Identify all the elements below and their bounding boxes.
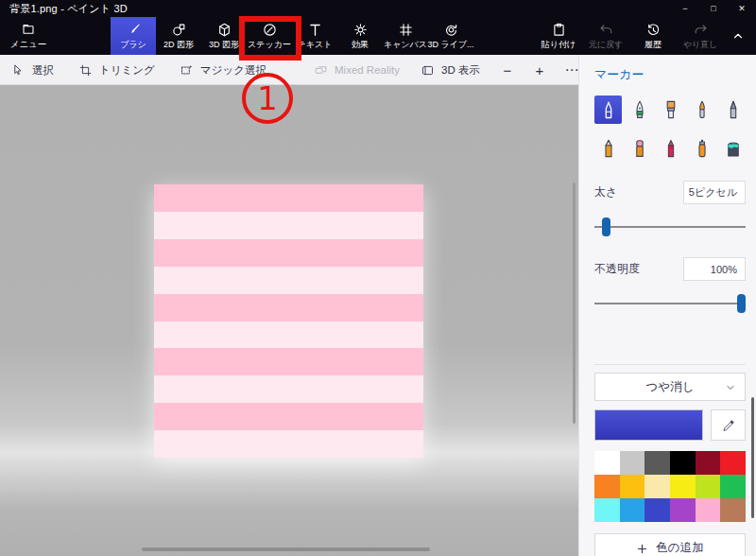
thickness-slider-handle[interactable] [602,217,610,236]
canvas-stripe [154,294,423,321]
palette-swatch[interactable] [594,451,620,475]
horizontal-scrollbar[interactable] [142,547,430,551]
add-color-button[interactable]: 色の追加 [594,533,746,556]
top-toolbar: メニュー ブラシ2D 図形3D 図形ステッカーテキスト効果キャンバス3D ライブ… [0,17,756,55]
palette-swatch[interactable] [620,498,645,522]
palette-swatch[interactable] [644,451,670,475]
item-label: Mixed Reality [335,64,400,76]
brush-grid [594,96,746,163]
minimize-button[interactable]: − [671,0,699,17]
tab-library-3d[interactable]: 3D ライブ... [428,17,473,55]
brush-eraser[interactable] [626,134,653,163]
calligraphy-pen-icon [628,98,651,121]
effects-icon [352,22,369,38]
finish-value: つや消し [646,379,695,395]
item-label: キャンバス [384,39,427,51]
opacity-slider[interactable] [594,294,746,313]
tab-brush[interactable]: ブラシ [111,17,156,55]
redo-icon [693,22,709,38]
brush-sidebar: マーカー 太さ 5ピクセル 不透明度 100% つや消し [578,55,756,556]
color-palette [594,451,746,522]
palette-swatch[interactable] [620,451,645,475]
canvas-area[interactable] [0,85,578,556]
eyedropper-icon [721,418,736,433]
tool-select-cursor[interactable]: 選択 [11,63,54,78]
shape-2d-icon [171,22,187,38]
close-button[interactable]: ✕ [728,0,756,17]
zoom-in-button[interactable]: + [533,55,546,85]
canvas-image[interactable] [154,184,423,458]
palette-swatch[interactable] [594,498,620,522]
sidebar-scrollbar[interactable] [751,397,754,518]
brush-oil-brush[interactable] [657,96,684,124]
window-title: 背景1.png - ペイント 3D [0,2,128,16]
opacity-input[interactable]: 100% [683,257,746,281]
tab-shape-2d[interactable]: 2D 図形 [156,17,201,55]
view-tools: Mixed Reality3D 表示−+⋯ [314,55,597,85]
library-3d-icon [443,22,459,38]
palette-swatch[interactable] [644,475,670,498]
tab-effects[interactable]: 効果 [337,17,383,55]
action-history[interactable]: 履歴 [629,17,677,55]
color-row [594,409,746,441]
palette-swatch[interactable] [720,475,746,498]
vertical-scrollbar[interactable] [573,182,576,424]
marker-icon [597,98,620,121]
add-color-label: 色の追加 [656,540,703,556]
more-button[interactable]: ⋯ [565,55,578,85]
tool-view-3d[interactable]: 3D 表示 [421,63,480,78]
palette-swatch[interactable] [620,475,645,498]
thickness-input[interactable]: 5ピクセル [683,181,746,204]
action-undo[interactable]: 元に戻す [582,17,629,55]
sidebar-title: マーカー [594,66,746,83]
palette-swatch[interactable] [644,498,670,522]
item-label: 効果 [352,39,369,51]
tool-mixed-reality[interactable]: Mixed Reality [314,63,400,78]
palette-swatch[interactable] [696,451,721,475]
opacity-label: 不透明度 [594,261,640,277]
tab-canvas[interactable]: キャンバス [383,17,428,55]
opacity-slider-handle[interactable] [737,294,746,313]
palette-swatch[interactable] [594,475,620,498]
brush-spray-can[interactable] [688,134,715,163]
brush-fill[interactable] [719,134,747,163]
brush-watercolor[interactable] [688,96,715,124]
brush-pixel-pen[interactable] [719,96,747,124]
palette-swatch[interactable] [670,451,696,475]
add-icon [636,542,648,554]
brush-pencil[interactable] [594,134,622,163]
maximize-button[interactable]: □ [699,0,728,17]
tool-magic-select[interactable]: マジック選択 [180,63,266,78]
menu-label: メニュー [10,39,47,51]
collapse-toolbar-button[interactable] [726,17,750,55]
brush-crayon[interactable] [657,134,684,163]
palette-swatch[interactable] [696,475,721,498]
item-label: 3D ライブ... [427,39,473,51]
palette-swatch[interactable] [670,475,696,498]
crop-icon [78,63,93,78]
watercolor-icon [691,98,713,121]
thickness-slider[interactable] [594,217,746,236]
palette-swatch[interactable] [696,498,721,522]
palette-swatch[interactable] [720,498,746,522]
eyedropper-button[interactable] [711,409,746,441]
item-label: 3D 表示 [441,63,480,78]
crayon-icon [660,137,682,160]
text-icon [307,22,323,38]
magic-select-icon [180,63,194,78]
thickness-label: 太さ [594,184,617,200]
palette-swatch[interactable] [670,498,696,522]
menu-button[interactable]: メニュー [0,17,57,55]
palette-swatch[interactable] [720,451,746,475]
annotation-step-number: 1 [257,79,278,117]
action-redo[interactable]: やり直し [677,17,724,55]
brush-calligraphy-pen[interactable] [626,96,653,124]
action-paste[interactable]: 貼り付け [535,17,582,55]
annotation-step-circle: 1 [242,73,293,124]
brush-marker[interactable] [594,96,622,124]
canvas-stripe [154,321,423,349]
tool-crop[interactable]: トリミング [78,63,155,78]
finish-dropdown[interactable]: つや消し [594,373,746,401]
zoom-out-button[interactable]: − [501,55,514,85]
current-color-swatch[interactable] [594,409,703,441]
